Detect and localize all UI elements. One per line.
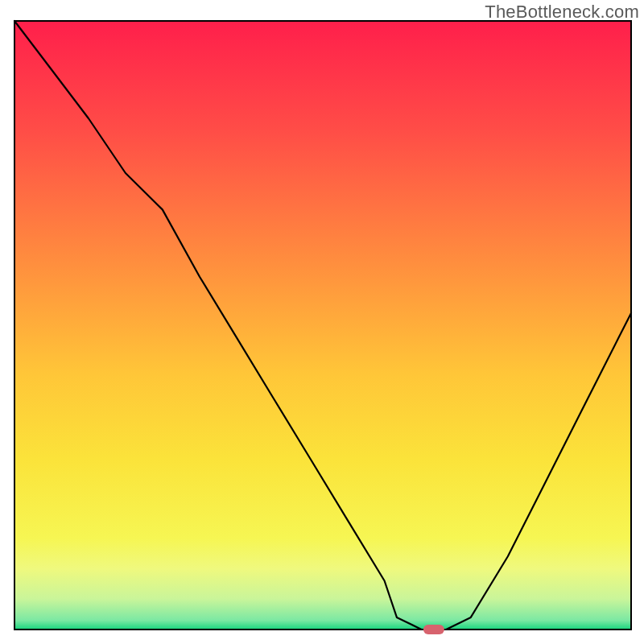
optimum-marker <box>423 625 444 634</box>
chart-container: TheBottleneck.com <box>0 0 644 644</box>
watermark-text: TheBottleneck.com <box>485 2 639 23</box>
chart-svg <box>0 0 644 644</box>
gradient-background <box>14 21 631 630</box>
